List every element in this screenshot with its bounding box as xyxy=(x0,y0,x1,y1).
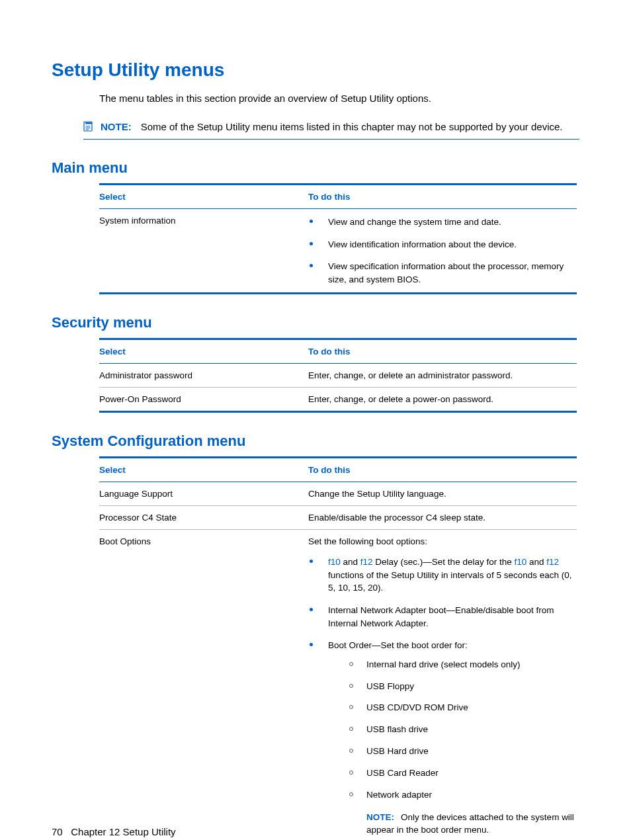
text: and xyxy=(526,557,546,567)
table-row: Power-On Password Enter, change, or dele… xyxy=(99,387,577,411)
security-menu-table: Select To do this Administrator password… xyxy=(99,338,577,413)
list-item: View and change the system time and date… xyxy=(308,216,577,229)
table-row: System information View and change the s… xyxy=(99,209,577,292)
page-footer: 70 Chapter 12 Setup Utility xyxy=(52,826,176,837)
col-header-action: To do this xyxy=(308,347,577,357)
text: Delay (sec.)—Set the delay for the xyxy=(373,557,515,567)
table-header-row: Select To do this xyxy=(99,185,577,209)
cell-select: Administrator password xyxy=(99,370,308,380)
page-title: Setup Utility menus xyxy=(52,60,579,81)
cell-action: Enter, change, or delete a power-on pass… xyxy=(308,394,577,404)
sysconfig-menu-table: Select To do this Language Support Chang… xyxy=(99,456,577,840)
top-note: NOTE: Some of the Setup Utility menu ite… xyxy=(83,118,579,140)
col-header-select: Select xyxy=(99,192,308,202)
boot-order-lead: Boot Order—Set the boot order for: xyxy=(328,640,468,650)
list-item: View identification information about th… xyxy=(308,238,577,251)
chapter-label: Chapter 12 Setup Utility xyxy=(71,826,175,837)
col-header-select: Select xyxy=(99,465,308,475)
note-icon xyxy=(83,121,94,135)
list-item: USB CD/DVD ROM Drive xyxy=(349,702,577,714)
col-header-action: To do this xyxy=(308,465,577,475)
intro-paragraph: The menu tables in this section provide … xyxy=(52,91,579,106)
table-row: Administrator password Enter, change, or… xyxy=(99,364,577,387)
cell-action: Enter, change, or delete an administrato… xyxy=(308,370,577,380)
list-item: USB flash drive xyxy=(349,724,577,736)
list-item: USB Card Reader xyxy=(349,767,577,780)
cell-action: Change the Setup Utility language. xyxy=(308,489,577,499)
table-header-row: Select To do this xyxy=(99,340,577,364)
list-item-boot-order: Boot Order—Set the boot order for: Inter… xyxy=(308,639,577,837)
list-item: USB Hard drive xyxy=(349,745,577,758)
note-text: Only the devices attached to the system … xyxy=(366,812,574,835)
note-text: Some of the Setup Utility menu items lis… xyxy=(141,120,579,134)
col-header-select: Select xyxy=(99,347,308,357)
key-f12: f12 xyxy=(360,557,373,567)
note-label: NOTE: xyxy=(366,812,394,822)
table-row: Processor C4 State Enable/disable the pr… xyxy=(99,505,577,529)
sysconfig-menu-heading: System Configuration menu xyxy=(52,433,579,450)
cell-action: Enable/disable the processor C4 sleep st… xyxy=(308,513,577,523)
cell-select: System information xyxy=(99,216,308,286)
list-item-network-boot: Internal Network Adapter boot—Enable/dis… xyxy=(308,604,577,630)
table-row: Language Support Change the Setup Utilit… xyxy=(99,482,577,505)
cell-action: View and change the system time and date… xyxy=(308,216,577,286)
main-menu-heading: Main menu xyxy=(52,159,579,177)
table-header-row: Select To do this xyxy=(99,458,577,482)
cell-select: Language Support xyxy=(99,489,308,499)
key-f12: f12 xyxy=(546,557,559,567)
table-row-boot-options: Boot Options Set the following boot opti… xyxy=(99,529,577,840)
page-number: 70 xyxy=(52,826,63,837)
col-header-action: To do this xyxy=(308,192,577,202)
list-item-label: Network adapter xyxy=(366,790,432,800)
list-item: View specification information about the… xyxy=(308,260,577,286)
key-f10: f10 xyxy=(514,557,526,567)
inner-note: NOTE:Only the devices attached to the sy… xyxy=(366,811,577,837)
cell-select: Boot Options xyxy=(99,536,308,837)
text: and xyxy=(341,557,360,567)
text: functions of the Setup Utility in interv… xyxy=(328,570,571,593)
boot-lead-text: Set the following boot options: xyxy=(308,536,577,546)
cell-action: Set the following boot options: f10 and … xyxy=(308,536,577,837)
cell-select: Power-On Password xyxy=(99,394,308,404)
list-item: USB Floppy xyxy=(349,681,577,693)
list-item: Internal hard drive (select models only) xyxy=(349,659,577,671)
security-menu-heading: Security menu xyxy=(52,314,579,331)
list-item: Network adapter NOTE:Only the devices at… xyxy=(349,789,577,837)
cell-select: Processor C4 State xyxy=(99,513,308,523)
key-f10: f10 xyxy=(328,557,341,567)
main-menu-table: Select To do this System information Vie… xyxy=(99,183,577,294)
note-label: NOTE: xyxy=(101,120,132,134)
list-item-delay: f10 and f12 Delay (sec.)—Set the delay f… xyxy=(308,556,577,595)
